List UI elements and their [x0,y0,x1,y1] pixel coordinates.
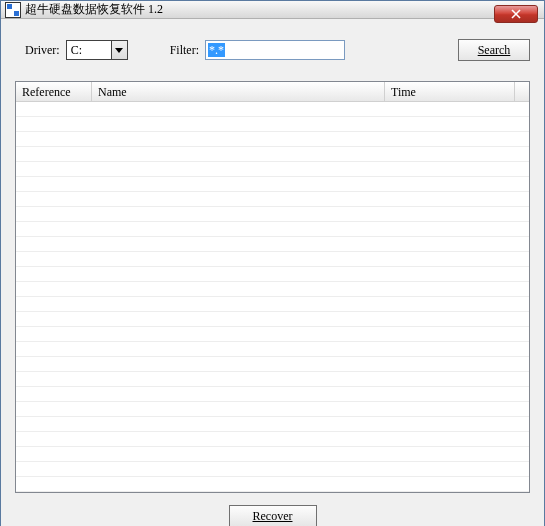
table-row [16,117,529,132]
table-header: Reference Name Time [16,82,529,102]
column-name[interactable]: Name [92,82,385,101]
table-row [16,327,529,342]
table-row [16,237,529,252]
controls-row: Driver: C: Filter: *.* Search [15,39,530,61]
recover-button[interactable]: Recover [229,505,317,526]
client-area: Driver: C: Filter: *.* Search Reference … [1,19,544,526]
table-row [16,222,529,237]
table-row [16,207,529,222]
table-row [16,267,529,282]
close-button[interactable] [494,5,538,23]
table-row [16,132,529,147]
footer: Recover [15,493,530,526]
table-row [16,372,529,387]
column-reference[interactable]: Reference [16,82,92,101]
table-row [16,297,529,312]
results-table: Reference Name Time [15,81,530,493]
table-row [16,477,529,492]
table-row [16,417,529,432]
table-row [16,387,529,402]
table-row [16,402,529,417]
filter-label: Filter: [170,43,199,58]
titlebar: 超牛硬盘数据恢复软件 1.2 [1,1,544,19]
column-time[interactable]: Time [385,82,515,101]
table-row [16,462,529,477]
window-title: 超牛硬盘数据恢复软件 1.2 [25,1,163,18]
table-row [16,147,529,162]
table-row [16,342,529,357]
table-row [16,312,529,327]
chevron-down-icon [111,41,127,59]
driver-label: Driver: [25,43,60,58]
table-row [16,192,529,207]
table-row [16,357,529,372]
table-body[interactable] [16,102,529,492]
table-row [16,282,529,297]
app-icon [5,2,21,18]
table-row [16,432,529,447]
table-row [16,177,529,192]
close-icon [511,9,521,19]
filter-input-value: *.* [208,43,225,57]
app-window: 超牛硬盘数据恢复软件 1.2 Driver: C: Filter: *.* Se… [0,0,545,526]
table-row [16,102,529,117]
table-row [16,252,529,267]
filter-input[interactable]: *.* [205,40,345,60]
search-button[interactable]: Search [458,39,530,61]
driver-combo-value: C: [67,41,111,59]
driver-combo[interactable]: C: [66,40,128,60]
column-spacer [515,82,529,101]
table-row [16,447,529,462]
table-row [16,162,529,177]
